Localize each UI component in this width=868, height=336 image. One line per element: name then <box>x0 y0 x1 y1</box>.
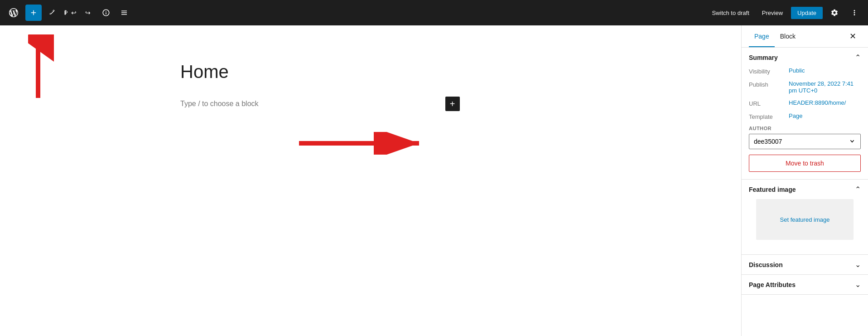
discussion-toggle-icon: ⌄ <box>855 260 861 269</box>
main-area: Home Type / to choose a block + Page Blo… <box>0 25 868 336</box>
page-attributes-section-header[interactable]: Page Attributes ⌄ <box>742 275 868 294</box>
block-placeholder-text: Type / to choose a block <box>180 100 259 108</box>
visibility-value[interactable]: Public <box>789 67 805 74</box>
summary-toggle-icon: ⌃ <box>855 53 861 62</box>
summary-title: Summary <box>749 54 778 61</box>
set-featured-image-link[interactable]: Set featured image <box>780 216 830 223</box>
page-attributes-toggle-icon: ⌄ <box>855 280 861 289</box>
undo-button[interactable]: ↩ <box>62 5 78 21</box>
update-button[interactable]: Update <box>791 7 823 19</box>
add-block-button[interactable] <box>25 5 42 21</box>
switch-to-draft-button[interactable]: Switch to draft <box>707 7 753 19</box>
move-to-trash-button[interactable]: Move to trash <box>749 155 861 172</box>
featured-image-box[interactable]: Set featured image <box>756 199 854 240</box>
summary-section: Summary ⌃ Visibility Public Publish Nove… <box>742 48 868 180</box>
template-value[interactable]: Page <box>789 112 802 119</box>
arrow-right-indicator <box>299 132 426 155</box>
template-row: Template Page <box>749 112 861 120</box>
featured-image-toggle-icon: ⌃ <box>855 185 861 194</box>
page-attributes-title: Page Attributes <box>749 281 796 288</box>
list-view-button[interactable] <box>116 5 132 21</box>
visibility-row: Visibility Public <box>749 67 861 75</box>
info-button[interactable] <box>98 5 114 21</box>
page-attributes-section: Page Attributes ⌄ <box>742 275 868 295</box>
sidebar: Page Block ✕ Summary ⌃ Visibility Public… <box>741 25 868 336</box>
featured-image-section-header[interactable]: Featured image ⌃ <box>742 180 868 199</box>
publish-row: Publish November 28, 2022 7:41 pm UTC+0 <box>749 80 861 94</box>
more-options-button[interactable] <box>846 5 863 21</box>
summary-section-header[interactable]: Summary ⌃ <box>742 48 868 67</box>
url-value[interactable]: HEADER:8890/home/ <box>789 99 846 106</box>
sidebar-tabs: Page Block ✕ <box>742 25 868 48</box>
inline-add-block-button[interactable]: + <box>445 97 460 111</box>
publish-value[interactable]: November 28, 2022 7:41 pm UTC+0 <box>789 80 861 94</box>
discussion-title: Discussion <box>749 261 783 268</box>
arrow-up-indicator <box>28 34 55 100</box>
toolbar-left: ↩ ↪ <box>5 5 705 21</box>
template-label: Template <box>749 112 785 120</box>
discussion-section: Discussion ⌄ <box>742 255 868 275</box>
featured-image-section: Featured image ⌃ Set featured image <box>742 180 868 255</box>
editor-area: Home Type / to choose a block + <box>0 25 741 336</box>
page-title[interactable]: Home <box>180 62 561 82</box>
publish-label: Publish <box>749 80 785 88</box>
edit-button[interactable] <box>43 5 60 21</box>
discussion-section-header[interactable]: Discussion ⌄ <box>742 255 868 274</box>
author-label: AUTHOR <box>749 126 861 131</box>
visibility-label: Visibility <box>749 67 785 75</box>
block-placeholder-area[interactable]: Type / to choose a block + <box>180 97 561 111</box>
preview-button[interactable]: Preview <box>757 7 787 19</box>
url-row: URL HEADER:8890/home/ <box>749 99 861 107</box>
author-select[interactable]: dee35007 <box>749 134 861 149</box>
settings-button[interactable] <box>826 5 843 21</box>
featured-image-content: Set featured image <box>742 199 868 254</box>
sidebar-close-button[interactable]: ✕ <box>844 28 861 44</box>
url-label: URL <box>749 99 785 107</box>
summary-content: Visibility Public Publish November 28, 2… <box>742 67 868 179</box>
featured-image-title: Featured image <box>749 186 796 193</box>
editor-content: Home Type / to choose a block + <box>180 62 561 111</box>
tab-block[interactable]: Block <box>775 25 801 47</box>
tab-page[interactable]: Page <box>749 25 775 47</box>
redo-button[interactable]: ↪ <box>80 5 96 21</box>
toolbar-right: Switch to draft Preview Update <box>707 5 863 21</box>
toolbar: ↩ ↪ Switch to draft Preview Update <box>0 0 868 25</box>
wordpress-logo[interactable] <box>5 5 22 21</box>
author-container: AUTHOR dee35007 <box>749 126 861 149</box>
